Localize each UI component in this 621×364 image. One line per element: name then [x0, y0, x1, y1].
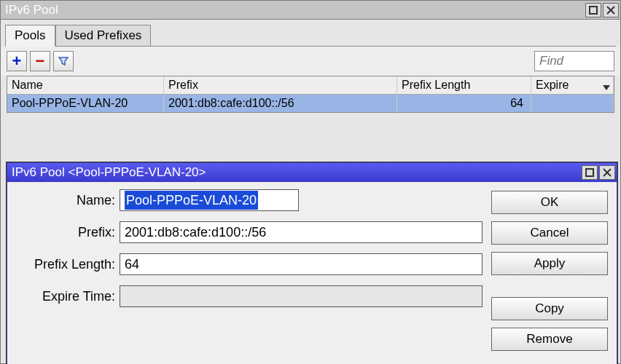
window-title: IPv6 Pool: [5, 3, 584, 17]
col-prefix-length[interactable]: Prefix Length: [397, 76, 531, 94]
dialog-maximize-button[interactable]: [582, 165, 598, 180]
cell-prefix: 2001:db8:cafe:d100::/56: [164, 95, 397, 112]
remove-button[interactable]: Remove: [491, 328, 608, 351]
sort-indicator-icon: [603, 81, 610, 94]
expire-time-label: Expire Time:: [16, 289, 120, 304]
dialog-close-button[interactable]: [599, 165, 615, 180]
table-row[interactable]: Pool-PPPoE-VLAN-20 2001:db8:cafe:d100::/…: [7, 95, 614, 112]
cancel-button[interactable]: Cancel: [491, 221, 608, 245]
window-maximize-button[interactable]: [585, 3, 601, 17]
edit-pool-dialog: IPv6 Pool <Pool-PPPoE-VLAN-20> Name: Poo…: [7, 162, 617, 364]
col-expire[interactable]: Expire: [531, 76, 614, 94]
ok-button[interactable]: OK: [491, 191, 608, 214]
tab-pools[interactable]: Pools: [5, 25, 55, 47]
dialog-titlebar: IPv6 Pool <Pool-PPPoE-VLAN-20>: [7, 163, 617, 182]
tab-used-prefixes[interactable]: Used Prefixes: [55, 25, 152, 47]
cell-prefix-length: 64: [397, 95, 531, 112]
dialog-title: IPv6 Pool <Pool-PPPoE-VLAN-20>: [12, 165, 580, 180]
copy-button[interactable]: Copy: [491, 297, 608, 320]
toolbar: + −: [1, 47, 620, 76]
svg-marker-3: [603, 85, 610, 90]
prefix-length-label: Prefix Length:: [16, 257, 120, 272]
svg-rect-0: [590, 7, 597, 14]
prefix-field[interactable]: [120, 221, 483, 243]
dialog-buttons: OK Cancel Apply Copy Remove: [491, 189, 608, 364]
prefix-label: Prefix:: [16, 225, 120, 240]
window-close-button[interactable]: [603, 3, 619, 17]
filter-button[interactable]: [53, 51, 74, 71]
remove-toolbar-button[interactable]: −: [30, 51, 50, 71]
add-button[interactable]: +: [7, 51, 27, 71]
svg-rect-4: [586, 169, 593, 176]
expire-time-field[interactable]: [120, 285, 483, 307]
form: Name: Pool-PPPoE-VLAN-20 Prefix: Prefix …: [16, 189, 483, 364]
col-name[interactable]: Name: [7, 76, 164, 94]
cell-name: Pool-PPPoE-VLAN-20: [7, 95, 164, 112]
name-label: Name:: [16, 193, 120, 208]
apply-button[interactable]: Apply: [491, 252, 608, 275]
prefix-length-field[interactable]: [120, 253, 483, 275]
cell-expire: [531, 95, 614, 112]
pools-table: Name Prefix Prefix Length Expire Pool-PP…: [7, 76, 614, 113]
find-input[interactable]: [534, 51, 614, 71]
ipv6-pool-window: IPv6 Pool Pools Used Prefixes + − Name P…: [0, 0, 621, 364]
name-field[interactable]: [120, 189, 299, 211]
window-titlebar: IPv6 Pool: [1, 1, 620, 20]
tab-bar: Pools Used Prefixes: [1, 20, 620, 46]
col-expire-label: Expire: [536, 79, 569, 91]
table-header: Name Prefix Prefix Length Expire: [7, 76, 614, 95]
col-prefix[interactable]: Prefix: [164, 76, 397, 94]
